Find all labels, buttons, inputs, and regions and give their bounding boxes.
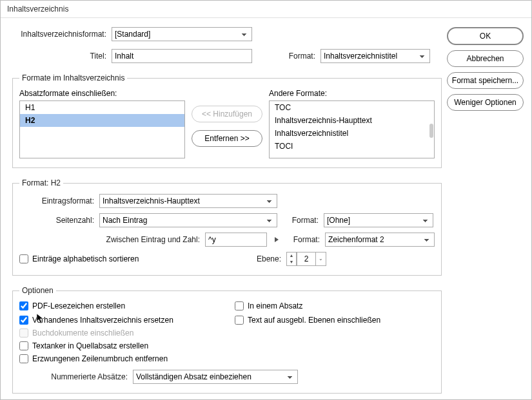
pagenum-format-label: Format: [282, 216, 319, 225]
list-item[interactable]: Inhaltsverzeichnis-Haupttext [270, 114, 434, 127]
pagenum-label: Seitenzahl: [19, 216, 94, 225]
format-h2-legend: Format: H2 [19, 178, 63, 187]
title-input[interactable] [112, 49, 252, 63]
entry-format-label: Eintragsformat: [19, 196, 94, 205]
list-item[interactable]: H1 [20, 101, 184, 114]
include-label: Absatzformate einschließen: [19, 89, 185, 98]
pagenum-select[interactable]: Nach Eintrag [99, 213, 277, 227]
between-label: Zwischen Eintrag und Zahl: [19, 235, 200, 244]
list-item[interactable]: TOCI [270, 140, 434, 153]
other-formats-label: Andere Formate: [269, 89, 435, 98]
hidden-layers-label: Text auf ausgebl. Ebenen einschließen [248, 316, 380, 325]
toc-format-select[interactable]: [Standard] [112, 27, 252, 41]
formate-legend: Formate im Inhaltsverzeichnis [19, 73, 127, 82]
text-anchor-checkbox[interactable] [19, 341, 28, 350]
forced-break-label: Erzwungenen Zeilenumbruch entfernen [32, 354, 168, 363]
toc-format-row: Inhaltsverzeichnisformat: [Standard] [12, 27, 442, 41]
level-label: Ebene: [245, 254, 281, 263]
dialog-title: Inhaltsverzeichnis [1, 1, 531, 18]
main-column: Inhaltsverzeichnisformat: [Standard] Tit… [12, 27, 442, 394]
replace-checkbox[interactable] [19, 316, 28, 325]
replace-label: Vorhandenes Inhaltsverzeichnis ersetzen [32, 316, 173, 325]
side-column: OK Abbrechen Format speichern... Weniger… [447, 27, 524, 394]
format-h2-fieldset: Format: H2 Eintragsformat: Inhaltsverzei… [12, 178, 442, 276]
options-fieldset: Optionen PDF-Lesezeichen erstellen In ei… [12, 286, 442, 394]
level-input[interactable] [297, 252, 316, 266]
save-format-button[interactable]: Format speichern... [447, 72, 524, 89]
other-listbox[interactable]: TOC Inhaltsverzeichnis-Haupttext Inhalts… [269, 100, 435, 158]
level-spinner[interactable]: ▲▼ ⌄ [286, 252, 326, 266]
ok-button[interactable]: OK [447, 27, 524, 45]
between-input[interactable] [205, 233, 267, 247]
scrollbar-thumb[interactable] [429, 124, 433, 138]
one-paragraph-checkbox[interactable] [235, 301, 244, 310]
remove-button[interactable]: Entfernen >> [192, 130, 262, 147]
title-format-label: Format: [277, 52, 315, 61]
entry-format-select[interactable]: Inhaltsverzeichnis-Haupttext [99, 194, 277, 208]
options-legend: Optionen [19, 286, 56, 295]
one-paragraph-label: In einem Absatz [248, 301, 302, 310]
forced-break-checkbox[interactable] [19, 354, 28, 363]
alphabetical-checkbox[interactable] [19, 254, 28, 263]
alphabetical-label: Einträge alphabetisch sortieren [32, 254, 139, 263]
toc-format-label: Inhaltsverzeichnisformat: [12, 30, 106, 39]
numbered-label: Nummerierte Absätze: [19, 372, 128, 381]
book-docs-checkbox [19, 329, 28, 338]
add-button: << Hinzufügen [192, 106, 262, 122]
list-item[interactable]: Inhaltsverzeichnistitel [270, 127, 434, 140]
list-item[interactable]: H2 [20, 114, 184, 127]
dialog-window: Inhaltsverzeichnis Inhaltsverzeichnisfor… [0, 0, 532, 400]
text-anchor-label: Textanker in Quellabsatz erstellen [32, 341, 148, 350]
title-row: Titel: Format: Inhaltsverzeichnistitel [12, 49, 442, 63]
formate-fieldset: Formate im Inhaltsverzeichnis Absatzform… [12, 73, 442, 168]
pdf-checkbox[interactable] [19, 301, 28, 310]
title-label: Titel: [12, 52, 106, 61]
numbered-select[interactable]: Vollständigen Absatz einbeziehen [133, 370, 298, 384]
include-listbox[interactable]: H1 H2 [19, 100, 185, 158]
book-docs-label: Buchdokumente einschließen [32, 329, 133, 338]
title-format-select[interactable]: Inhaltsverzeichnistitel [320, 49, 430, 63]
flyout-icon[interactable] [275, 237, 279, 242]
cancel-button[interactable]: Abbrechen [447, 50, 524, 67]
pdf-label: PDF-Lesezeichen erstellen [32, 301, 125, 310]
fewer-options-button[interactable]: Weniger Optionen [447, 94, 524, 111]
list-item[interactable]: TOC [270, 101, 434, 114]
between-format-label: Format: [284, 235, 320, 244]
pagenum-format-select[interactable]: [Ohne] [324, 213, 433, 227]
hidden-layers-checkbox[interactable] [235, 316, 244, 325]
dialog-content: Inhaltsverzeichnisformat: [Standard] Tit… [1, 18, 531, 400]
between-format-select[interactable]: Zeichenformat 2 [325, 233, 435, 247]
